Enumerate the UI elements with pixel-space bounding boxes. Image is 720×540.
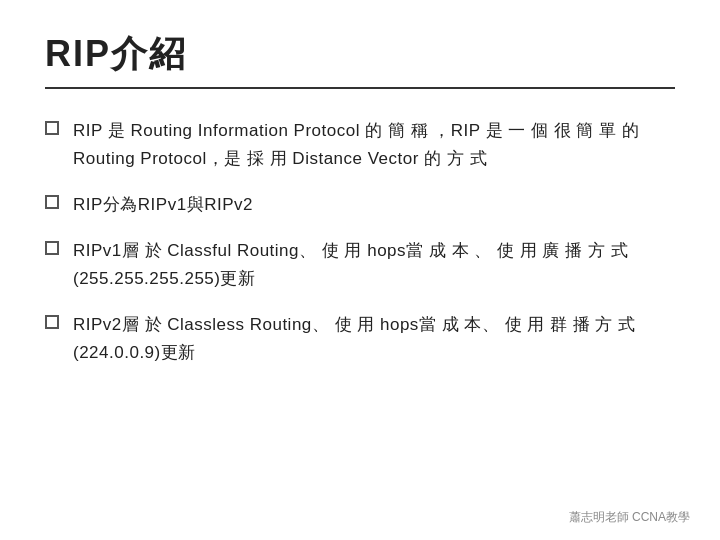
page-container: RIP介紹 RIP 是 Routing Information Protocol… [0, 0, 720, 540]
bullet-icon [45, 241, 59, 255]
page-title: RIP介紹 [45, 30, 675, 79]
list-item: RIPv1層 於 Classful Routing、 使 用 hops當 成 本… [45, 237, 675, 293]
content-list: RIP 是 Routing Information Protocol 的 簡 稱… [45, 117, 675, 367]
bullet-icon [45, 195, 59, 209]
item-text: RIP分為RIPv1與RIPv2 [73, 191, 675, 219]
footer-text: 蕭志明老師 CCNA教學 [569, 509, 690, 526]
bullet-icon [45, 315, 59, 329]
item-text: RIPv2層 於 Classless Routing、 使 用 hops當 成 … [73, 311, 675, 367]
list-item: RIP分為RIPv1與RIPv2 [45, 191, 675, 219]
bullet-icon [45, 121, 59, 135]
title-section: RIP介紹 [45, 30, 675, 89]
item-text: RIP 是 Routing Information Protocol 的 簡 稱… [73, 117, 675, 173]
list-item: RIPv2層 於 Classless Routing、 使 用 hops當 成 … [45, 311, 675, 367]
list-item: RIP 是 Routing Information Protocol 的 簡 稱… [45, 117, 675, 173]
item-text: RIPv1層 於 Classful Routing、 使 用 hops當 成 本… [73, 237, 675, 293]
